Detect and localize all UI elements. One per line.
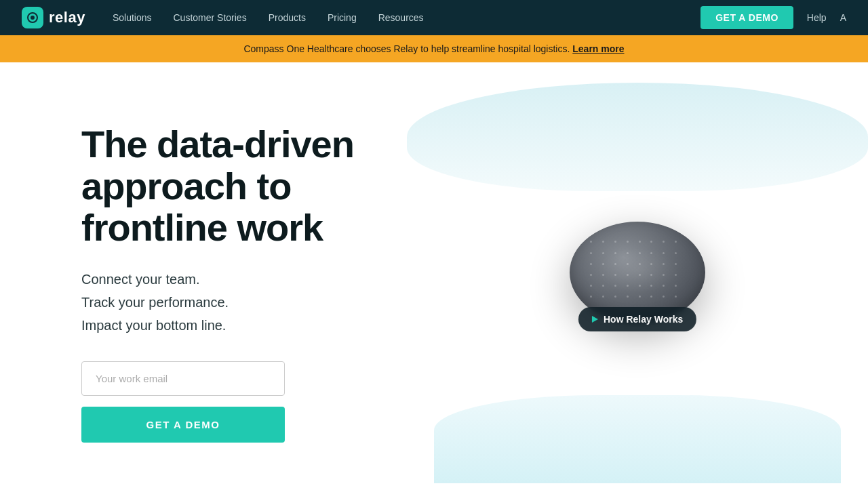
announcement-text: Compass One Healthcare chooses Relay to … <box>243 43 570 54</box>
dot <box>639 296 641 298</box>
relay-device-puck: How Relay Works <box>570 222 705 323</box>
dot <box>602 274 604 276</box>
dot <box>590 263 592 265</box>
dot <box>675 274 677 276</box>
dot <box>627 241 629 243</box>
nav-account-link[interactable]: A <box>840 12 846 23</box>
nav-solutions[interactable]: Solutions <box>113 12 152 23</box>
dot <box>663 274 665 276</box>
hero-device: How Relay Works <box>570 222 705 323</box>
dot <box>602 252 604 254</box>
main-nav: relay Solutions Customer Stories Product… <box>0 0 868 35</box>
svg-point-1 <box>31 16 35 20</box>
dot <box>590 274 592 276</box>
dot <box>639 263 641 265</box>
hero-section: The data-driven approach to frontline wo… <box>0 62 868 483</box>
hero-blob-top <box>407 83 868 191</box>
dot <box>614 296 616 298</box>
dot <box>614 285 616 287</box>
dot <box>627 296 629 298</box>
nav-resources[interactable]: Resources <box>378 12 424 23</box>
nav-customer-stories[interactable]: Customer Stories <box>173 12 246 23</box>
hero-title: The data-driven approach to frontline wo… <box>81 123 434 249</box>
how-works-label: How Relay Works <box>604 314 683 325</box>
logo-text: relay <box>49 9 85 26</box>
dot <box>614 241 616 243</box>
dot <box>590 285 592 287</box>
nav-right: GET A DEMO Help A <box>701 6 846 29</box>
dot <box>650 296 652 298</box>
dot <box>602 296 604 298</box>
dot <box>663 296 665 298</box>
dot <box>650 241 652 243</box>
dot <box>602 263 604 265</box>
dot <box>590 241 592 243</box>
dot <box>675 285 677 287</box>
hero-content: The data-driven approach to frontline wo… <box>81 103 434 443</box>
hero-subtitle-line3: Impact your bottom line. <box>81 318 226 333</box>
how-relay-works-button[interactable]: How Relay Works <box>578 307 696 331</box>
dot <box>639 241 641 243</box>
logo-icon <box>22 7 43 28</box>
dot <box>614 263 616 265</box>
email-input[interactable] <box>81 361 285 396</box>
nav-pricing[interactable]: Pricing <box>328 12 357 23</box>
dot <box>602 241 604 243</box>
dot <box>639 252 641 254</box>
nav-get-demo-button[interactable]: GET A DEMO <box>701 6 793 29</box>
dot <box>663 241 665 243</box>
hero-visual: How Relay Works <box>407 62 868 483</box>
nav-help-link[interactable]: Help <box>807 12 827 23</box>
dot <box>639 274 641 276</box>
announcement-link[interactable]: Learn more <box>572 43 624 54</box>
dot <box>650 252 652 254</box>
dot <box>650 274 652 276</box>
play-icon <box>592 316 598 323</box>
dot <box>627 274 629 276</box>
dot <box>639 285 641 287</box>
logo-svg <box>26 11 39 24</box>
nav-products[interactable]: Products <box>269 12 306 23</box>
dot <box>675 252 677 254</box>
dot <box>602 285 604 287</box>
nav-links: Solutions Customer Stories Products Pric… <box>113 12 701 23</box>
dot <box>590 296 592 298</box>
dot <box>627 285 629 287</box>
logo[interactable]: relay <box>22 7 85 28</box>
dot <box>650 263 652 265</box>
dot <box>675 296 677 298</box>
dot <box>650 285 652 287</box>
hero-subtitle-line2: Track your performance. <box>81 295 229 310</box>
hero-subtitle-line1: Connect your team. <box>81 272 200 287</box>
dot <box>663 263 665 265</box>
dot <box>675 241 677 243</box>
dot <box>614 274 616 276</box>
dot <box>627 263 629 265</box>
dot <box>614 252 616 254</box>
dot <box>590 252 592 254</box>
hero-subtitle: Connect your team. Track your performanc… <box>81 268 434 337</box>
dot <box>675 263 677 265</box>
announcement-banner: Compass One Healthcare chooses Relay to … <box>0 35 868 62</box>
dot <box>663 285 665 287</box>
dot <box>627 252 629 254</box>
dot <box>663 252 665 254</box>
hero-blob-bottom <box>434 395 841 483</box>
hero-demo-button[interactable]: GET A DEMO <box>81 407 285 443</box>
